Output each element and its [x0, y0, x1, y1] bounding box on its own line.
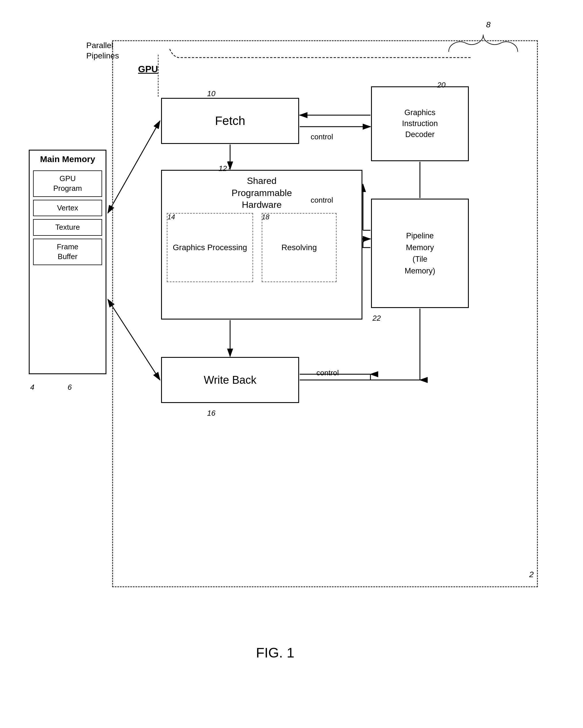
ref-6: 6: [67, 383, 72, 392]
pipeline-memory-label: PipelineMemory(TileMemory): [405, 230, 436, 277]
control-label-2: control: [311, 196, 333, 205]
memory-item-gpu-program: GPUProgram: [33, 171, 102, 197]
fig-label: FIG. 1: [256, 645, 294, 661]
resolving-box: Resolving: [262, 213, 336, 282]
ref-22: 22: [372, 314, 381, 323]
ref-14: 14: [167, 213, 175, 221]
memory-item-vertex: Vertex: [33, 200, 102, 216]
control-label-1: control: [311, 132, 333, 141]
pipeline-memory-box: PipelineMemory(TileMemory): [371, 199, 469, 308]
ref-20: 20: [437, 81, 446, 89]
shared-programmable-title: SharedProgrammableHardware: [162, 171, 362, 212]
diagram-container: GPU 8 2 FIG. 1 Parallel Pipelines Main M…: [11, 11, 570, 697]
writeback-label: Write Back: [204, 374, 256, 386]
ref-12: 12: [219, 164, 227, 173]
parallel-pipelines-label: Parallel Pipelines: [86, 40, 119, 61]
writeback-box: Write Back: [161, 357, 299, 403]
ref-10: 10: [207, 89, 216, 98]
ref-4: 4: [30, 383, 34, 392]
graphics-processing-label: Graphics Processing: [173, 242, 247, 253]
graphics-instruction-decoder-box: GraphicsInstructionDecoder: [371, 86, 469, 161]
control-label-3: control: [316, 368, 339, 378]
memory-item-frame-buffer: FrameBuffer: [33, 239, 102, 265]
graphics-processing-box: Graphics Processing: [167, 213, 253, 282]
fetch-box: Fetch: [161, 98, 299, 144]
fetch-label: Fetch: [215, 114, 245, 128]
ref-8: 8: [486, 20, 491, 29]
memory-item-texture: Texture: [33, 219, 102, 236]
ref-2: 2: [529, 570, 534, 579]
gid-label: GraphicsInstructionDecoder: [402, 107, 438, 140]
ref-16: 16: [207, 409, 216, 418]
gpu-label: GPU: [138, 64, 158, 75]
main-memory-box: Main Memory GPUProgram Vertex Texture Fr…: [29, 150, 106, 374]
main-memory-title: Main Memory: [30, 151, 106, 167]
resolving-label: Resolving: [282, 243, 317, 252]
ref-18: 18: [262, 213, 270, 221]
